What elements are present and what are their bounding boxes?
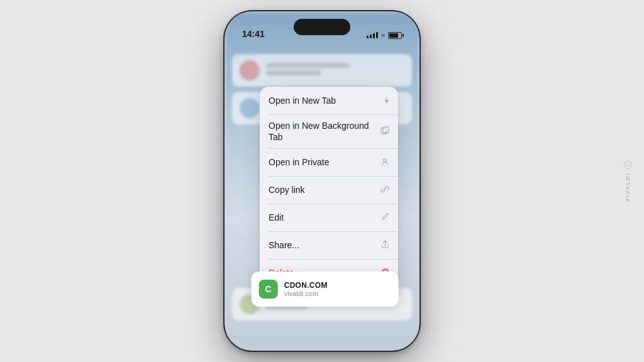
bg-list-item-1 xyxy=(232,54,412,87)
svg-point-3 xyxy=(383,159,384,160)
signal-icon xyxy=(367,32,378,38)
phone-frame: 14:41 ≈ Open in New Tab + xyxy=(225,11,419,351)
preview-url: vivaldi.com xyxy=(284,290,391,297)
preview-title: CDON.COM xyxy=(284,281,391,290)
dynamic-island xyxy=(294,19,350,35)
svg-point-4 xyxy=(386,159,387,160)
vivaldi-label: VIVALDI xyxy=(625,172,631,202)
vivaldi-logo-icon xyxy=(623,160,633,170)
context-menu: Open in New Tab + Open in New Background… xyxy=(260,87,398,287)
preview-favicon: C xyxy=(259,280,278,299)
menu-item-open-private-label: Open in Private xyxy=(269,156,330,168)
share-icon xyxy=(381,240,389,251)
menu-item-edit-label: Edit xyxy=(269,212,284,223)
menu-item-copy-link-label: Copy link xyxy=(269,184,305,195)
menu-item-share-label: Share... xyxy=(269,239,299,251)
menu-item-open-background-tab-label: Open in New Background Tab xyxy=(269,120,380,143)
vivaldi-watermark: VIVALDI xyxy=(623,160,633,202)
preview-info: CDON.COM vivaldi.com xyxy=(284,281,391,297)
svg-point-2 xyxy=(384,158,387,162)
status-icons: ≈ xyxy=(367,31,402,39)
menu-item-share[interactable]: Share... xyxy=(260,231,398,259)
wifi-icon: ≈ xyxy=(381,31,385,39)
menu-item-open-new-tab-label: Open in New Tab xyxy=(269,95,336,106)
open-new-tab-icon: + xyxy=(384,96,389,106)
menu-item-edit[interactable]: Edit xyxy=(260,204,398,231)
menu-item-open-new-tab[interactable]: Open in New Tab + xyxy=(260,87,398,114)
status-time: 14:41 xyxy=(242,29,265,39)
menu-item-open-background-tab[interactable]: Open in New Background Tab xyxy=(260,114,398,148)
copy-link-icon xyxy=(380,185,389,195)
preview-card: C CDON.COM vivaldi.com xyxy=(252,272,399,307)
menu-item-open-private[interactable]: Open in Private xyxy=(260,148,398,176)
open-private-icon xyxy=(380,157,389,168)
battery-icon xyxy=(388,32,402,39)
phone-screen: 14:41 ≈ Open in New Tab + xyxy=(225,11,419,351)
edit-icon xyxy=(381,212,389,222)
svg-rect-1 xyxy=(383,127,389,133)
menu-item-copy-link[interactable]: Copy link xyxy=(260,176,398,204)
open-background-tab-icon xyxy=(380,126,389,137)
